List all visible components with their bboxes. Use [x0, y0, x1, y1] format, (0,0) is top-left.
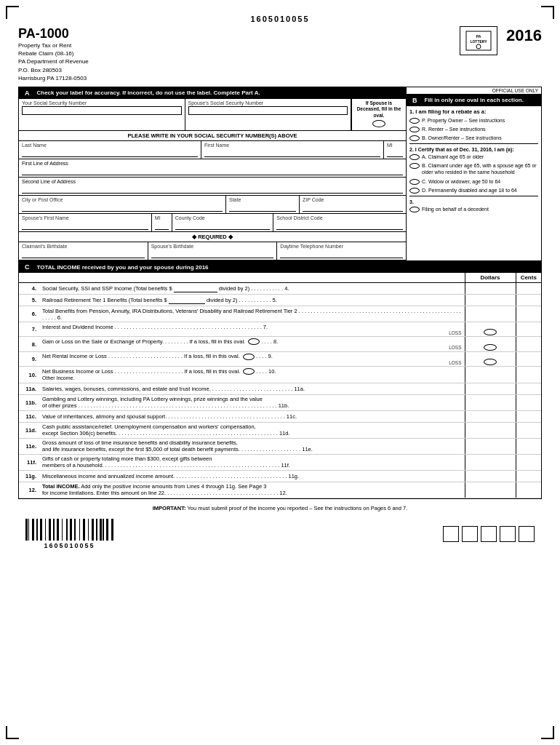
line-11f-cents[interactable] — [516, 454, 541, 470]
barcode-number: 1605010055 — [25, 542, 113, 549]
line-9-dollars[interactable] — [465, 351, 516, 367]
first-name-input[interactable] — [204, 148, 380, 157]
line-7-dollars[interactable] — [465, 322, 516, 337]
bar — [103, 519, 104, 541]
line-11a-desc: Salaries, wages, bonuses, commissions, a… — [39, 383, 465, 394]
line-11c-cents[interactable] — [516, 410, 541, 422]
radio-under-65: B. Claimant under age 65, with a spouse … — [409, 162, 538, 175]
line-8-cents[interactable] — [516, 337, 541, 352]
radio-text-2b: B. Claimant under age 65, with a spouse … — [422, 162, 538, 175]
line-5-cents[interactable] — [516, 295, 541, 306]
line-11c-dollars[interactable] — [465, 410, 516, 422]
table-row: 10. Net Business Income or Loss . . . . … — [19, 367, 541, 383]
radio-oval-2c[interactable] — [409, 179, 420, 185]
school-input[interactable] — [276, 221, 403, 230]
mi-input[interactable] — [387, 148, 403, 157]
spouse-deceased-oval[interactable] — [372, 120, 385, 127]
line-6-dollars[interactable] — [465, 306, 516, 322]
line-12-dollars[interactable] — [465, 482, 516, 498]
line-10-dollars[interactable] — [465, 367, 516, 383]
line-6-cents[interactable] — [516, 306, 541, 322]
zip-input[interactable] — [303, 203, 403, 212]
line-11b-desc: Gambling and Lottery winnings, including… — [39, 394, 465, 410]
state-label: State — [229, 197, 296, 202]
bar — [52, 519, 52, 541]
bar — [83, 519, 85, 541]
bar — [25, 519, 28, 541]
line-5-num: 5. — [19, 295, 39, 306]
spouse-ssn-input[interactable] — [188, 106, 348, 115]
line-12-cents[interactable] — [516, 482, 541, 498]
second-address-input[interactable] — [22, 185, 403, 194]
line-11b-cents[interactable] — [516, 394, 541, 410]
loss-oval-8[interactable] — [248, 338, 260, 345]
line-11a-cents[interactable] — [516, 383, 541, 394]
table-row: 5. Railroad Retirement Tier 1 Benefits (… — [19, 295, 541, 306]
your-ssn-input[interactable] — [22, 106, 182, 115]
first-address-input[interactable] — [22, 167, 403, 175]
line-7-cents[interactable] — [516, 322, 541, 337]
spouse-name-input[interactable] — [22, 221, 148, 230]
form-title: PA-1000 — [18, 26, 454, 41]
bar — [81, 519, 82, 541]
loss-oval-9[interactable] — [243, 354, 255, 360]
claimant-bday-input[interactable] — [22, 250, 145, 258]
line-11e-cents[interactable] — [516, 438, 541, 454]
radio-owner-renter: B. Owner/Renter – See instructions — [409, 135, 538, 141]
line-6-desc: Total Benefits from Pension, Annuity, IR… — [39, 306, 465, 322]
mi-field: MI — [384, 141, 406, 159]
claimant-bday-label: Claimant's Birthdate — [22, 244, 145, 249]
spouse-ssn-label: Spouse's Social Security Number — [188, 100, 348, 105]
line-5-dollars[interactable] — [465, 295, 516, 306]
bar — [86, 519, 87, 541]
radio-oval-2a[interactable] — [409, 154, 420, 160]
line-11f-dollars[interactable] — [465, 454, 516, 470]
radio-oval-2d[interactable] — [409, 188, 420, 194]
bar — [95, 519, 95, 541]
radio-oval-r[interactable] — [409, 127, 420, 132]
line-10-cents[interactable] — [516, 367, 541, 383]
line-11g-cents[interactable] — [516, 470, 541, 482]
line-11a-dollars[interactable] — [465, 383, 516, 394]
line-11e-dollars[interactable] — [465, 438, 516, 454]
city-state-zip-row: City or Post Office State ZIP Code — [19, 196, 406, 214]
line-9-cents[interactable] — [516, 351, 541, 367]
q3-title: 3. — [409, 199, 538, 204]
line-11g-dollars[interactable] — [465, 470, 516, 482]
radio-oval-3[interactable] — [409, 207, 420, 212]
line-8-dollars[interactable] — [465, 337, 516, 352]
col-blank — [19, 273, 465, 283]
line-4-cents[interactable] — [516, 283, 541, 295]
line-4-dollars[interactable] — [465, 283, 516, 295]
county-input[interactable] — [175, 221, 270, 230]
spouse-row: Spouse's First Name MI County Code Schoo… — [19, 214, 406, 232]
radio-oval-b[interactable] — [409, 135, 420, 141]
corner-mark-br — [541, 726, 554, 739]
spouse-mi-input[interactable] — [155, 221, 169, 230]
state-input[interactable] — [229, 203, 296, 212]
phone-input[interactable] — [280, 250, 403, 258]
line-11f-desc: Gifts of cash or property totaling more … — [39, 454, 465, 470]
line-11d-dollars[interactable] — [465, 422, 516, 438]
header-row: PA-1000 Property Tax or Rent Rebate Clai… — [18, 26, 542, 82]
line-7-desc: Interest and Dividend Income . . . . . .… — [39, 322, 465, 337]
last-name-input[interactable] — [22, 148, 198, 157]
bar — [47, 519, 48, 541]
form-subtitle: Property Tax or Rent Rebate Claim (08-16… — [18, 41, 454, 82]
verify-box-4 — [500, 526, 516, 542]
city-input[interactable] — [22, 203, 223, 212]
line-9-desc: Net Rental Income or Loss . . . . . . . … — [39, 351, 465, 367]
line-11d-num: 11d. — [19, 422, 39, 438]
loss-oval-10[interactable] — [243, 368, 255, 375]
radio-oval-p[interactable] — [409, 118, 420, 124]
spouse-bday-input[interactable] — [151, 250, 274, 258]
radio-oval-2b[interactable] — [409, 163, 420, 169]
spouse-name-field: Spouse's First Name — [19, 214, 152, 231]
line-11e-num: 11e. — [19, 438, 39, 454]
line-11d-cents[interactable] — [516, 422, 541, 438]
line-10-desc: Net Business Income or Loss . . . . . . … — [39, 367, 465, 383]
line-9-num: 9. — [19, 351, 39, 367]
q1-title: 1. I am filing for a rebate as a: — [409, 108, 538, 115]
line-11b-dollars[interactable] — [465, 394, 516, 410]
line-11d-desc: Cash public assistance/relief. Unemploym… — [39, 422, 465, 438]
